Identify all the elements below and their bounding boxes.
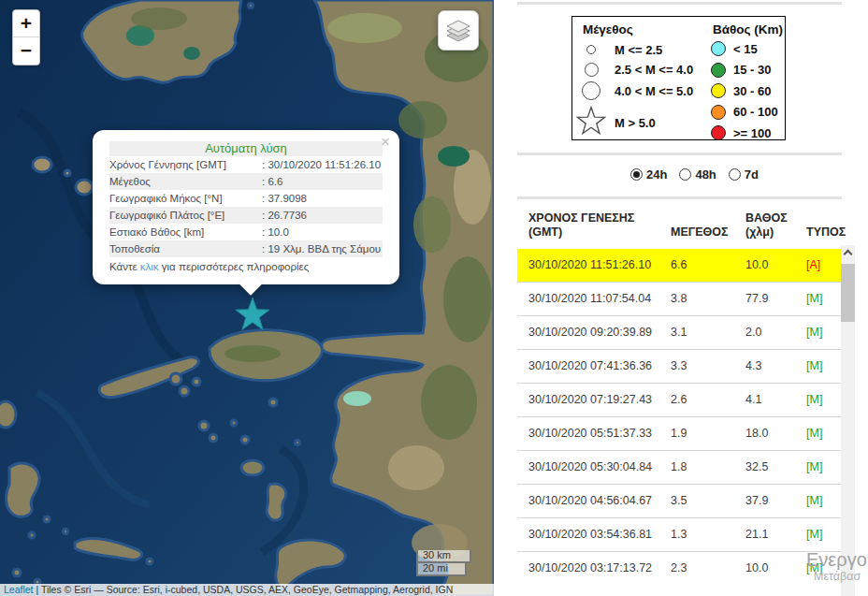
layers-button[interactable] [438, 10, 479, 51]
popup-title: Αυτόματη λύση [109, 141, 383, 156]
legend-magnitude-item: M > 5.0 [575, 102, 656, 143]
legend-magnitude-label: M > 5.0 [615, 116, 656, 130]
depth-color-dot [711, 63, 726, 78]
star-icon [575, 104, 607, 141]
cell-depth: 32.5 [745, 451, 806, 485]
earthquake-table-body: 30/10/2020 11:51:26.106.610.0[A]30/10/20… [517, 249, 841, 585]
time-filter-7d[interactable]: 7d [729, 167, 759, 182]
cell-type: [M] [806, 283, 841, 316]
popup-field-value: : 6.6 [262, 173, 282, 190]
popup-footer: Κάντε κλικ για περισσότερες πληροφορίες [109, 257, 383, 276]
cell-time: 30/10/2020 04:56:04.67 [517, 485, 671, 518]
time-filter-24h[interactable]: 24h [630, 167, 667, 182]
table-row[interactable]: 30/10/2020 07:19:27.432.64.1[M] [517, 384, 841, 417]
time-filter-48h[interactable]: 48h [679, 167, 716, 182]
popup-row: Εστιακό Βάθος [km]: 10.0 [109, 224, 383, 240]
popup-rows: Χρόνος Γέννησης [GMT]: 30/10/2020 11:51:… [109, 156, 383, 257]
cell-depth: 18.0 [745, 417, 806, 451]
scrollbar-thumb[interactable] [841, 264, 855, 322]
popup-footer-post: για περισσότερες πληροφορίες [159, 261, 310, 272]
legend-magnitude-label: 2.5 < M <= 4.0 [615, 63, 693, 77]
cell-magnitude: 2.6 [671, 384, 745, 417]
radio-label: 7d [745, 167, 759, 182]
scale-mi: 20 mi [416, 563, 467, 576]
map[interactable]: + − × Αυτόματη λύση Χρόνος Γέννησης [GMT… [0, 0, 494, 596]
cell-magnitude: 3.5 [671, 485, 745, 518]
legend-depth-title: Βάθος (Km) [713, 22, 783, 36]
table-row[interactable]: 30/10/2020 03:17:13.722.310.0[M] [517, 552, 841, 586]
cell-depth: 37.9 [745, 485, 806, 518]
column-header: ΒΑΘΟΣ (χλμ) [745, 204, 806, 249]
cell-time: 30/10/2020 03:54:36.81 [517, 518, 671, 552]
magnitude-circle [586, 45, 596, 54]
legend-magnitude-title: Μέγεθος [583, 22, 633, 36]
table-row[interactable]: 30/10/2020 03:54:36.811.321.1[M] [517, 518, 841, 552]
popup-field-value: : 10.0 [262, 224, 289, 240]
table-row[interactable]: 30/10/2020 04:56:04.673.537.9[M] [517, 485, 841, 518]
column-header: ΤΥΠΟΣ [806, 204, 841, 249]
popup-field-value: : 37.9098 [262, 190, 307, 207]
legend-magnitude-label: M <= 2.5 [615, 43, 662, 57]
circle-small-icon [575, 45, 607, 54]
legend-depth-item: 30 - 60 [711, 81, 771, 100]
map-scale-control: 30 km 20 mi [416, 550, 471, 576]
leaflet-link[interactable]: Leaflet [4, 584, 34, 595]
popup-field-value: : 30/10/2020 11:51:26.10 [262, 156, 381, 173]
cell-type: [M] [806, 384, 841, 417]
divider [517, 153, 842, 155]
popup-field-value: : 19 Χλμ. ΒΒΔ της Σάμου [262, 240, 381, 257]
legend: Μέγεθος Βάθος (Km) M <= 2.52.5 < M <= 4.… [571, 16, 786, 140]
legend-depth-label: 60 - 100 [733, 105, 778, 119]
map-attribution: Leaflet | Tiles © Esri — Source: Esri, i… [0, 584, 494, 596]
scrollbar-up-button[interactable] [841, 245, 855, 261]
popup-field-label: Χρόνος Γέννησης [GMT] [109, 156, 262, 173]
cell-magnitude: 1.8 [671, 451, 745, 485]
table-row[interactable]: 30/10/2020 05:30:04.841.832.5[M] [517, 451, 841, 485]
scale-km: 30 km [416, 550, 471, 563]
cell-magnitude: 3.8 [671, 283, 745, 316]
radio-button-icon [679, 168, 691, 181]
cell-magnitude: 6.6 [671, 249, 745, 283]
attribution-text: | Tiles © Esri — Source: Esri, i-cubed, … [34, 584, 454, 595]
popup-field-label: Γεωγραφικό Μήκος [°N] [109, 190, 262, 207]
cell-magnitude: 2.3 [671, 552, 745, 586]
legend-magnitude-item: 4.0 < M <= 5.0 [575, 79, 693, 103]
table-row[interactable]: 30/10/2020 05:51:37.331.918.0[M] [517, 417, 841, 451]
table-row[interactable]: 30/10/2020 11:07:54.043.877.9[M] [517, 283, 841, 316]
table-header-row: ΧΡΟΝΟΣ ΓΕΝΕΣΗΣ (GMT)ΜΕΓΕΘΟΣΒΑΘΟΣ (χλμ)ΤΥ… [517, 204, 841, 249]
column-header: ΧΡΟΝΟΣ ΓΕΝΕΣΗΣ (GMT) [517, 204, 671, 249]
legend-depth-item: 15 - 30 [711, 61, 771, 80]
popup-field-label: Τοποθεσία [109, 240, 262, 257]
popup-row: Γεωγραφικό Μήκος [°N]: 37.9098 [109, 190, 383, 207]
zoom-in-button[interactable]: + [13, 10, 39, 37]
popup-footer-pre: Κάντε [109, 261, 140, 272]
cell-magnitude: 3.3 [671, 350, 745, 384]
table-row[interactable]: 30/10/2020 09:20:39.893.12.0[M] [517, 316, 841, 350]
cell-depth: 4.3 [745, 350, 806, 384]
cell-depth: 21.1 [745, 518, 806, 552]
earthquake-portal: + − × Αυτόματη λύση Χρόνος Γέννησης [GMT… [0, 0, 868, 596]
cell-time: 30/10/2020 09:20:39.89 [517, 316, 671, 350]
radio-button-icon [729, 168, 741, 181]
table-row[interactable]: 30/10/2020 07:41:36.363.34.3[M] [517, 350, 841, 384]
depth-color-dot [711, 125, 726, 140]
cell-magnitude: 3.1 [671, 316, 745, 350]
popup-field-label: Γεωγραφικό Πλάτος [°E] [109, 207, 262, 224]
legend-depth-item: < 15 [711, 39, 758, 58]
popup-row: Τοποθεσία: 19 Χλμ. ΒΒΔ της Σάμου [109, 240, 383, 257]
popup-more-info-link[interactable]: κλικ [140, 261, 159, 272]
table-scrollbar[interactable] [841, 245, 855, 596]
popup-row: Χρόνος Γέννησης [GMT]: 30/10/2020 11:51:… [109, 156, 383, 173]
legend-depth-label: >= 100 [733, 126, 772, 140]
cell-time: 30/10/2020 05:30:04.84 [517, 451, 671, 485]
cell-depth: 10.0 [745, 552, 806, 586]
earthquake-star-marker[interactable] [234, 297, 271, 334]
popup-row: Μέγεθος: 6.6 [109, 173, 383, 190]
circle-large-icon [575, 81, 607, 100]
cell-type: [M] [806, 316, 841, 350]
zoom-out-button[interactable]: − [13, 37, 39, 65]
depth-color-dot [711, 105, 726, 120]
popup-close-icon[interactable]: × [381, 135, 390, 150]
cell-type: [M] [806, 518, 841, 552]
table-row[interactable]: 30/10/2020 11:51:26.106.610.0[A] [517, 249, 841, 283]
